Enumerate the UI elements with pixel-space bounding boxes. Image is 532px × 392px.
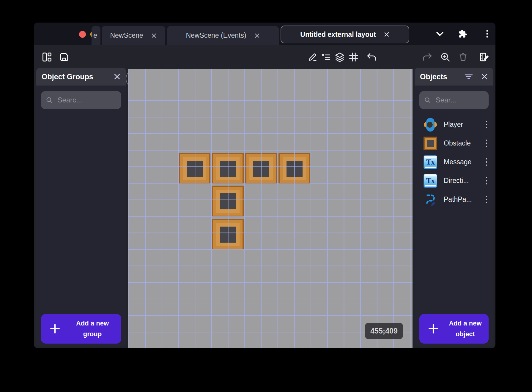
obstacle-icon — [424, 137, 437, 150]
object-menu-button[interactable] — [484, 194, 489, 206]
add-group-label-line1: Add a new — [76, 320, 109, 327]
object-menu-button[interactable] — [484, 137, 489, 149]
path-icon — [424, 193, 437, 206]
pencil-icon — [308, 52, 318, 62]
add-object-label-line1: Add a new — [449, 320, 481, 327]
cursor-coordinates-badge: 455;409 — [365, 323, 403, 339]
add-group-label-line2: group — [83, 330, 102, 338]
grid-toggle-button[interactable] — [346, 45, 361, 69]
layers-button[interactable] — [332, 45, 347, 69]
object-name: Obstacle — [444, 139, 477, 147]
object-list-item[interactable]: Tx Directi... — [415, 171, 493, 190]
redo-icon — [422, 52, 433, 62]
search-icon — [424, 96, 431, 104]
filter-icon[interactable] — [464, 73, 473, 80]
puzzle-icon — [458, 29, 467, 38]
object-groups-panel: Object Groups Add a new group — [36, 68, 126, 346]
instances-list-icon — [321, 52, 331, 62]
project-manager-button[interactable] — [39, 45, 55, 69]
objects-panel: Objects Player — [415, 68, 493, 346]
kebab-menu-icon — [483, 29, 491, 38]
object-list-item[interactable]: Tx Message — [415, 153, 493, 171]
tab-label: NewScene (Events) — [186, 31, 246, 39]
tab-label: NewScene — [110, 31, 143, 39]
close-tab-icon[interactable] — [254, 33, 260, 39]
grid-icon — [348, 52, 359, 62]
toolbar: Preview Publish — [34, 45, 495, 69]
object-list-item[interactable]: PathPa... — [415, 190, 493, 209]
extensions-button[interactable] — [458, 23, 468, 45]
delete-button[interactable] — [455, 45, 471, 69]
object-groups-header: Object Groups — [36, 68, 126, 86]
text-object-icon: Tx — [424, 174, 437, 188]
object-name: Player — [444, 121, 477, 129]
obstacle-instance[interactable] — [212, 153, 244, 184]
app-window: e NewScene NewScene (Events) Untitled ex… — [34, 23, 495, 348]
project-manager-icon — [42, 52, 52, 62]
search-icon — [46, 96, 53, 104]
panel-title: Object Groups — [42, 72, 93, 81]
scene-canvas[interactable]: 455;409 — [128, 69, 413, 348]
save-icon — [59, 51, 70, 63]
objects-header: Objects — [415, 68, 493, 86]
undo-icon — [366, 52, 377, 62]
text-object-icon: Tx — [424, 155, 437, 169]
object-menu-button[interactable] — [484, 119, 489, 131]
obstacle-instance[interactable] — [278, 153, 310, 184]
panel-title: Objects — [420, 72, 447, 81]
obstacle-instance[interactable] — [179, 153, 210, 184]
tab-hidden-partial[interactable]: e — [92, 26, 100, 45]
instances-list-button[interactable] — [318, 45, 334, 69]
close-tab-icon[interactable] — [151, 33, 157, 39]
close-panel-icon[interactable] — [114, 73, 121, 80]
add-group-button[interactable]: Add a new group — [41, 314, 121, 344]
add-object-label-line2: object — [456, 330, 475, 338]
objects-search-input[interactable] — [436, 96, 484, 104]
undo-button[interactable] — [364, 45, 379, 69]
redo-button[interactable] — [420, 45, 435, 69]
save-button[interactable] — [56, 45, 72, 69]
object-menu-button[interactable] — [484, 156, 489, 168]
object-menu-button[interactable] — [484, 175, 489, 187]
close-panel-icon[interactable] — [481, 73, 488, 80]
window-menu-button[interactable] — [483, 23, 492, 45]
tab-label: Untitled external layout — [300, 31, 376, 39]
obstacle-instance[interactable] — [245, 153, 277, 184]
objects-list: Player Obstacle Tx Message Tx Directi...… — [415, 115, 493, 209]
plus-icon — [49, 323, 61, 335]
canvas-blocks — [128, 69, 413, 348]
obstacle-instance[interactable] — [212, 219, 244, 250]
groups-search-box — [41, 91, 121, 109]
zoom-in-icon — [440, 52, 451, 62]
plus-icon — [427, 323, 440, 335]
obstacle-instance[interactable] — [212, 186, 244, 217]
objects-search-box — [419, 91, 489, 109]
trash-icon — [458, 52, 468, 62]
object-name: PathPa... — [444, 195, 477, 203]
tab-label: e — [93, 31, 97, 39]
tab-bar: e NewScene NewScene (Events) Untitled ex… — [34, 23, 495, 45]
screen-background: e NewScene NewScene (Events) Untitled ex… — [0, 0, 532, 392]
edit-scene-properties-button[interactable] — [477, 45, 492, 69]
groups-search-input[interactable] — [57, 96, 117, 104]
tab-overflow-chevron[interactable] — [435, 23, 445, 45]
object-list-item[interactable]: Obstacle — [415, 134, 493, 153]
object-name: Directi... — [444, 177, 477, 185]
tab-newscene[interactable]: NewScene — [102, 26, 165, 45]
player-icon — [424, 118, 437, 132]
cursor-coordinates-text: 455;409 — [370, 327, 398, 335]
layers-icon — [334, 52, 345, 62]
add-object-button[interactable]: Add a new object — [419, 314, 489, 344]
scene-edit-icon — [479, 52, 490, 62]
object-name: Message — [444, 158, 477, 166]
object-list-item[interactable]: Player — [415, 115, 493, 134]
close-window-button[interactable] — [79, 31, 86, 38]
tab-newscene-events[interactable]: NewScene (Events) — [167, 26, 279, 45]
tab-untitled-external-layout[interactable]: Untitled external layout — [281, 26, 409, 43]
close-tab-icon[interactable] — [384, 31, 390, 37]
chevron-down-icon — [435, 29, 445, 39]
zoom-button[interactable] — [437, 45, 453, 69]
